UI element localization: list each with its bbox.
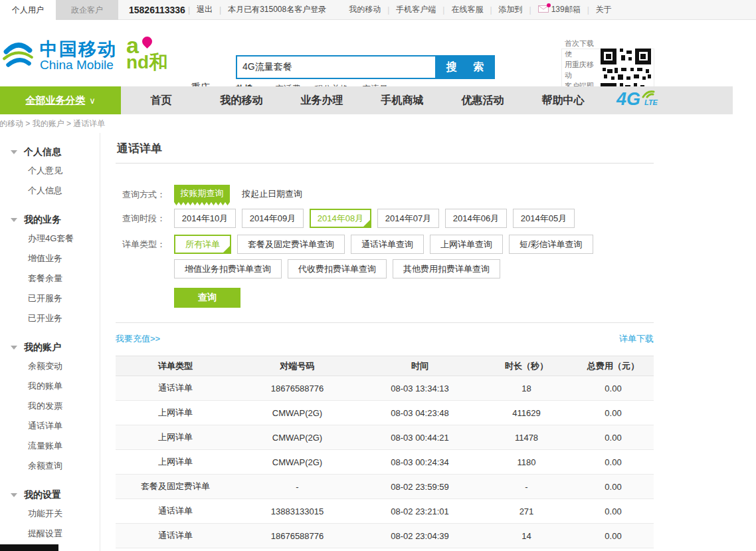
- nav-item-5[interactable]: 优惠活动: [442, 86, 523, 114]
- sidebar-item-3-1[interactable]: 余额变动: [28, 356, 100, 376]
- detail-type-1-3[interactable]: 通话详单查询: [351, 235, 424, 254]
- topbar-link-4[interactable]: 添加到: [492, 4, 529, 15]
- and-he-logo: a nd和: [126, 37, 186, 74]
- mail-icon: [538, 5, 549, 15]
- logged-in-phone: 15826113336: [129, 5, 185, 15]
- table-cell: 14: [480, 524, 573, 548]
- detail-type-1-4[interactable]: 上网详单查询: [430, 235, 503, 254]
- table-cell: 上网详单: [116, 450, 235, 475]
- topbar-link-label: 139邮箱: [551, 4, 581, 15]
- sidebar-section-title-4[interactable]: 我的设置: [11, 489, 100, 501]
- table-cell: 13883133015: [235, 499, 359, 524]
- breadcrumb[interactable]: 我的移动 > 我的账户 > 通话详单: [0, 118, 257, 130]
- divider: |: [188, 5, 190, 15]
- search-bar: 搜 索: [236, 55, 495, 79]
- nav-item-2[interactable]: 我的移动: [201, 86, 282, 114]
- topbar-link-5[interactable]: 139邮箱: [531, 4, 587, 15]
- sidebar-section-title-3[interactable]: 我的账户: [11, 342, 100, 354]
- detail-type-row: 详单类型： 所有详单套餐及固定费详单查询通话详单查询上网详单查询短/彩信详单查询…: [116, 235, 654, 284]
- detail-type-1-2[interactable]: 套餐及固定费详单查询: [237, 235, 345, 254]
- mode-by-billing-period[interactable]: 按账期查询: [174, 185, 230, 202]
- 4g-lte-logo[interactable]: 4G LTE: [616, 89, 663, 113]
- nav-item-6[interactable]: 帮助中心: [523, 86, 603, 114]
- tab-business-customer[interactable]: 政企客户: [56, 0, 118, 20]
- sidebar-item-4-2[interactable]: 提醒设置: [28, 524, 100, 544]
- sidebar-item-3-2[interactable]: 我的账单: [28, 376, 100, 396]
- table-cell: 0.00: [573, 425, 654, 450]
- column-header-1: 详单类型: [116, 356, 235, 376]
- sidebar-section-title-1[interactable]: 个人信息: [11, 146, 100, 158]
- column-header-4: 时长（秒）: [480, 356, 573, 376]
- logo-text-en: China Mobile: [40, 58, 117, 72]
- topbar-link-3[interactable]: 在线客服: [444, 4, 490, 15]
- table-cell: 08-02 23:21:01: [359, 499, 480, 524]
- divider: [116, 322, 654, 323]
- detail-type-2-2[interactable]: 代收费扣费详单查询: [288, 259, 387, 278]
- table-cell: 1180: [480, 450, 573, 475]
- nav-item-1[interactable]: 首页: [121, 86, 201, 114]
- china-mobile-logo[interactable]: 中国移动 China Mobile: [1, 38, 117, 74]
- tab-personal-user[interactable]: 个人用户: [0, 0, 56, 20]
- table-row: 上网详单CMWAP(2G)08-03 00:44:21114780.00: [116, 425, 654, 450]
- sidebar-item-2-3[interactable]: 套餐余量: [28, 269, 100, 288]
- column-header-3: 时间: [359, 356, 480, 376]
- sidebar-item-2-2[interactable]: 增值业务: [28, 249, 100, 269]
- sidebar-item-4-1[interactable]: 功能开关: [28, 504, 100, 524]
- table-row: 通话详单1867658877608-02 23:04:39140.00: [116, 524, 654, 548]
- qr-text-line: 首次下载使: [565, 38, 599, 59]
- period-option-6[interactable]: 2014年05月: [513, 209, 575, 228]
- topbar-link-1[interactable]: 我的移动: [342, 4, 387, 15]
- sidebar-item-3-3[interactable]: 我的发票: [28, 396, 100, 416]
- table-cell: 上网详单: [116, 401, 235, 425]
- table-cell: 0.00: [573, 524, 654, 548]
- sidebar-item-1-2[interactable]: 个人信息: [28, 181, 100, 201]
- qr-text-line: 用重庆移动: [565, 59, 599, 80]
- sidebar-item-2-1[interactable]: 办理4G套餐: [28, 229, 100, 249]
- detail-type-2-1[interactable]: 增值业务扣费详单查询: [174, 259, 282, 278]
- logout-link[interactable]: 退出: [197, 4, 213, 15]
- detail-type-label: 详单类型：: [116, 235, 174, 284]
- period-option-2[interactable]: 2014年09月: [242, 209, 304, 228]
- period-option-4[interactable]: 2014年07月: [377, 209, 439, 228]
- topbar-link-6[interactable]: 关于: [589, 4, 618, 15]
- search-button[interactable]: 搜 索: [435, 55, 495, 79]
- 4g-text: 4G: [616, 89, 640, 110]
- detail-type-2-3[interactable]: 其他费用扣费详单查询: [393, 259, 500, 278]
- query-button[interactable]: 查询: [174, 288, 240, 308]
- mode-by-date-range[interactable]: 按起止日期查询: [242, 185, 302, 202]
- sidebar: 个人信息个人意见个人信息我的业务办理4G套餐增值业务套餐余量已开服务已开业务我的…: [0, 133, 100, 551]
- search-input[interactable]: [236, 55, 435, 79]
- top-utility-bar: 个人用户 政企客户 15826113336 | 退出 | 本月已有315008名…: [0, 0, 756, 20]
- table-row: 上网详单CMWAP(2G)08-03 00:24:3411800.00: [116, 450, 654, 475]
- sidebar-item-3-4[interactable]: 通话详单: [28, 416, 100, 436]
- detail-type-1-5[interactable]: 短/彩信详单查询: [509, 235, 593, 254]
- sidebar-item-1-1[interactable]: 个人意见: [28, 161, 100, 181]
- topbar-link-2[interactable]: 手机客户端: [389, 4, 442, 15]
- recharge-link[interactable]: 我要充值>>: [116, 333, 160, 345]
- nav-item-3[interactable]: 业务办理: [282, 86, 362, 114]
- sidebar-item-2-5[interactable]: 已开业务: [28, 308, 100, 328]
- nav-item-4[interactable]: 手机商城: [362, 86, 442, 114]
- bottom-clipped-element: [0, 544, 58, 551]
- all-categories-button[interactable]: 全部业务分类∨: [0, 86, 121, 114]
- sidebar-item-2-4[interactable]: 已开服务: [28, 288, 100, 308]
- sidebar-item-3-6[interactable]: 余额查询: [28, 456, 100, 476]
- download-detail-link[interactable]: 详单下载: [619, 333, 654, 345]
- table-row: 套餐及固定费详单-08-02 23:59:59-0.00: [116, 475, 654, 499]
- topbar-link-label: 手机客户端: [396, 4, 436, 15]
- table-cell: 通话详单: [116, 376, 235, 401]
- site-header: 中国移动 China Mobile a nd和 重庆 搜 索 热搜： 充话费积分…: [0, 21, 756, 86]
- detail-type-1-1[interactable]: 所有详单: [174, 235, 231, 254]
- sidebar-item-3-5[interactable]: 流量账单: [28, 436, 100, 456]
- chevron-down-icon: ∨: [89, 96, 96, 106]
- call-detail-table: 详单类型对端号码时间时长（秒）总费用（元） 通话详单1867658877608-…: [116, 356, 654, 551]
- page-title: 通话详单: [116, 133, 654, 164]
- query-form: 查询方式： 按账期查询 按起止日期查询 查询时段： 2014年10月2014年0…: [116, 185, 654, 308]
- triangle-down-icon: [11, 493, 17, 497]
- period-option-3[interactable]: 2014年08月: [310, 209, 371, 228]
- sidebar-section-label: 个人信息: [24, 146, 61, 158]
- sidebar-section-title-2[interactable]: 我的业务: [11, 214, 100, 226]
- period-option-5[interactable]: 2014年06月: [445, 209, 507, 228]
- period-option-1[interactable]: 2014年10月: [174, 209, 236, 228]
- table-cell: 271: [480, 499, 573, 524]
